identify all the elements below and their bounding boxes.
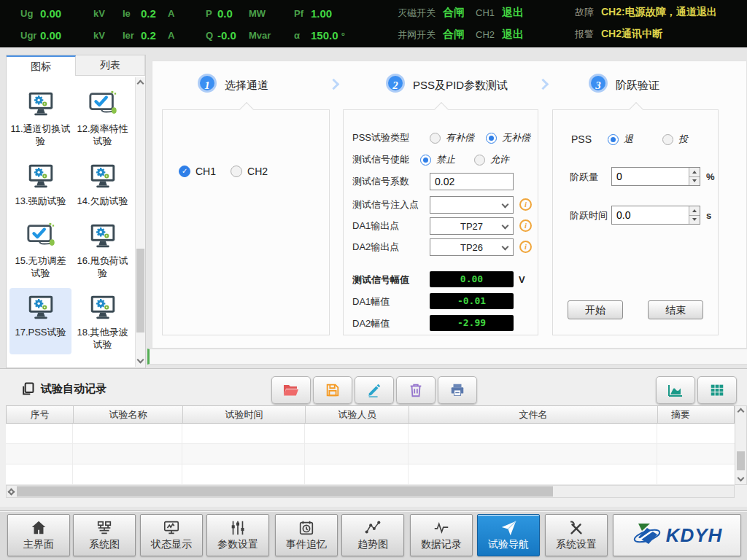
start-button[interactable]: 开始	[568, 300, 623, 319]
spin-down-icon[interactable]	[689, 216, 700, 225]
status-row-1: Ug 0.00 kV Ie 0.2 A P 0.0 MW Pf 1.00	[0, 1, 409, 25]
delete-record-button[interactable]	[396, 376, 436, 404]
step-amount-input[interactable]	[611, 167, 700, 186]
column-header[interactable]: 试验时间	[183, 406, 306, 423]
open-record-button[interactable]	[271, 376, 311, 404]
allow-radio-label: 允许	[490, 153, 509, 166]
scrollbar-thumb[interactable]	[136, 249, 144, 332]
sidebar-item-overexcitation-test[interactable]: 13.强励试验	[9, 157, 71, 211]
step-time-input[interactable]	[611, 206, 700, 225]
nav-main-screen[interactable]: 主界面	[7, 514, 70, 556]
meas-label: Ug	[20, 8, 40, 19]
column-header[interactable]: 试验人员	[306, 406, 409, 423]
scrollbar-thumb[interactable]	[17, 486, 553, 497]
spin-up-icon[interactable]	[689, 206, 700, 216]
ch1-radio-label: CH1	[196, 166, 216, 177]
ch2-radio[interactable]	[231, 166, 242, 177]
tab-list-view[interactable]: 列表	[76, 55, 145, 76]
ch2-radio-label: CH2	[247, 166, 268, 177]
uncompensated-radio[interactable]	[486, 133, 497, 144]
column-header[interactable]: 文件名	[409, 406, 658, 423]
uncompensated-radio-label: 无补偿	[502, 131, 530, 144]
ch1-radio[interactable]	[179, 166, 190, 177]
fault-message: 故障CH2:电源故障，通道退出	[575, 6, 717, 19]
nav-system-settings[interactable]: 系统设置	[545, 514, 608, 556]
view-table-button[interactable]	[697, 376, 737, 404]
step-verify-panel: PSS 退 投 阶跃量 % 阶跃时间 s 开始 结束	[552, 109, 719, 335]
edit-record-button[interactable]	[355, 376, 394, 404]
nav-test-navigation[interactable]: 试验导航	[477, 514, 540, 556]
kdyh-logo-text: KDYH	[666, 524, 723, 547]
sidebar-item-frequency-test[interactable]: 12.频率特性试验	[71, 85, 133, 151]
wizard-bottom-strip	[147, 349, 747, 365]
sidebar-item-reactive-droop-test[interactable]: 15.无功调差试验	[9, 217, 71, 283]
chevron-down-icon	[502, 244, 509, 251]
da1-out-info-icon[interactable]	[519, 219, 532, 232]
test-item-grid: 11.通道切换试验 12.频率特性试验 13.强励试验 14.欠励试验 15.无…	[9, 85, 133, 354]
scroll-down-icon[interactable]	[138, 357, 144, 363]
signal-coef-input[interactable]	[430, 173, 514, 190]
nav-parameter-settings[interactable]: 参数设置	[206, 514, 269, 556]
pss-on-radio[interactable]	[662, 134, 673, 145]
table-row	[6, 424, 735, 444]
sidebar-item-pss-test[interactable]: 17.PSS试验	[9, 288, 71, 354]
compensated-radio[interactable]	[430, 133, 441, 144]
step-amount-stepper[interactable]	[611, 167, 700, 186]
spin-down-icon[interactable]	[689, 177, 700, 186]
monitor-gear-icon	[26, 292, 56, 323]
da2-out-dropdown[interactable]: TP26	[430, 238, 514, 256]
sidebar-item-channel-switch-test[interactable]: 11.通道切换试验	[9, 85, 71, 151]
da2-amp-label: DA2幅值	[352, 317, 390, 330]
view-chart-button[interactable]	[656, 376, 695, 404]
pss-off-radio[interactable]	[608, 134, 619, 145]
pss-on-radio-label: 投	[678, 133, 688, 146]
nav-system-diagram[interactable]: 系统图	[73, 514, 136, 556]
meas-unit: A	[168, 30, 206, 41]
column-header[interactable]: 摘要	[658, 406, 734, 423]
column-header[interactable]: 序号	[7, 406, 74, 423]
clipboard-icon	[20, 381, 35, 396]
spin-up-icon[interactable]	[689, 168, 700, 177]
pss-parameter-panel: PSS试验类型 有补偿 无补偿 测试信号使能 禁止 允许 测试信号系数 测试信号…	[343, 109, 538, 335]
sidebar-item-other-recording-test[interactable]: 18.其他录波试验	[71, 288, 133, 354]
table-horizontal-scrollbar[interactable]	[6, 485, 735, 498]
da1-amp-label: DA1幅值	[352, 295, 390, 308]
forbid-radio[interactable]	[420, 155, 431, 166]
data-grid-icon	[709, 382, 725, 398]
forbid-radio-label: 禁止	[436, 153, 455, 166]
table-vertical-scrollbar[interactable]	[735, 405, 747, 485]
scroll-up-icon[interactable]	[138, 81, 144, 87]
da1-out-dropdown[interactable]: TP27	[430, 217, 514, 235]
da2-out-info-icon[interactable]	[519, 241, 532, 253]
nav-event-recall[interactable]: 事件追忆	[275, 514, 338, 556]
pss-switch-label: PSS	[571, 133, 592, 145]
monitor-gear-icon	[26, 89, 56, 120]
nav-status-display[interactable]: 状态显示	[140, 514, 203, 556]
sidebar-item-label: 11.通道切换试验	[10, 123, 71, 148]
scroll-up-icon[interactable]	[738, 409, 744, 415]
allow-radio[interactable]	[474, 155, 485, 166]
inject-point-dropdown[interactable]	[430, 196, 514, 214]
nav-trend-chart[interactable]: 趋势图	[341, 514, 404, 556]
end-button[interactable]: 结束	[648, 300, 703, 319]
meas-value: 150.0 °	[311, 29, 376, 42]
sidebar-item-label: 12.频率特性试验	[72, 123, 133, 148]
step-time-stepper[interactable]	[611, 206, 700, 225]
monitor-gear-icon	[88, 292, 118, 323]
save-record-button[interactable]	[313, 376, 352, 404]
status-bar: Ug 0.00 kV Ie 0.2 A P 0.0 MW Pf 1.00 Ugr…	[0, 0, 747, 47]
scroll-down-icon[interactable]	[738, 475, 744, 481]
sidebar-scrollbar[interactable]	[135, 77, 145, 367]
scroll-right-icon[interactable]	[9, 489, 15, 495]
scrollbar-thumb[interactable]	[737, 451, 745, 470]
save-icon	[325, 382, 341, 398]
step-2-label: PSS及PID参数测试	[413, 79, 508, 93]
sidebar-item-load-rejection-test[interactable]: 16.甩负荷试验	[71, 217, 133, 283]
inject-point-info-icon[interactable]	[519, 198, 532, 211]
nav-data-record[interactable]: 数据记录	[410, 514, 473, 556]
column-header[interactable]: 试验名称	[74, 406, 183, 423]
demag-switch-status: 灭磁开关合闸	[398, 6, 465, 20]
print-record-button[interactable]	[438, 376, 477, 404]
tab-icon-view[interactable]: 图标	[7, 55, 76, 76]
sidebar-item-underexcitation-test[interactable]: 14.欠励试验	[71, 157, 133, 211]
